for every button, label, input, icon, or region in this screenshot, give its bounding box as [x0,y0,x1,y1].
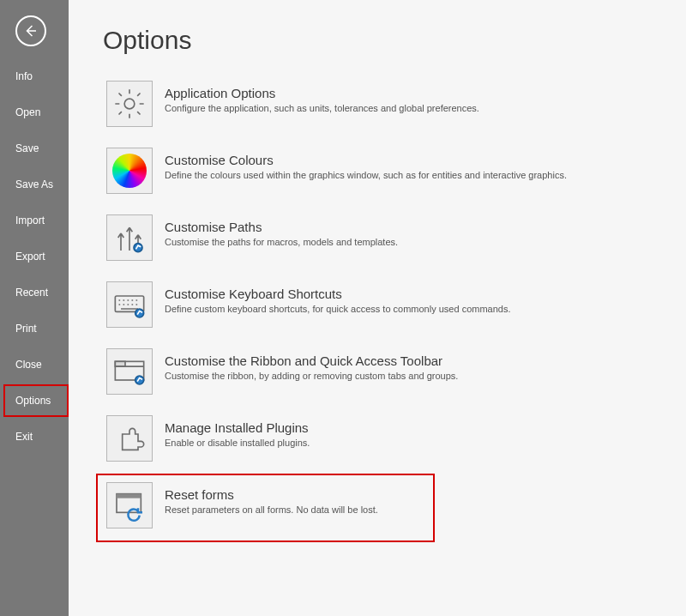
option-title: Manage Installed Plugins [165,420,310,435]
option-manage-plugins[interactable]: Manage Installed Plugins Enable or disab… [103,412,686,465]
sidebar-item-export[interactable]: Export [0,239,69,275]
color-wheel-icon [106,148,153,194]
sidebar: Info Open Save Save As Import Export Rec… [0,0,69,616]
page-title: Options [103,26,686,55]
paths-icon [106,214,153,261]
ribbon-icon [106,348,153,395]
option-desc: Customise the ribbon, by adding or remov… [165,371,458,381]
option-title: Reset forms [165,487,378,502]
back-button[interactable] [15,15,46,46]
sidebar-item-open[interactable]: Open [0,94,69,130]
option-application-options[interactable]: Application Options Configure the applic… [103,77,686,130]
option-title: Customise Colours [165,153,567,167]
option-desc: Configure the application, such as units… [165,103,479,113]
sidebar-label: Options [15,395,51,407]
sidebar-label: Close [15,359,42,371]
gear-icon [106,81,153,127]
option-reset-forms[interactable]: Reset forms Reset parameters on all form… [103,479,686,532]
main-panel: Options Application Options Configure th… [69,0,686,616]
sidebar-label: Open [15,106,40,118]
option-customise-colours[interactable]: Customise Colours Define the colours use… [103,144,686,197]
svg-rect-5 [115,361,125,366]
sidebar-item-close[interactable]: Close [0,347,69,383]
sidebar-label: Save As [15,178,53,190]
sidebar-label: Recent [15,287,48,299]
option-title: Application Options [165,86,479,100]
sidebar-item-exit[interactable]: Exit [0,419,69,455]
option-desc: Define custom keyboard shortcuts, for qu… [165,304,511,314]
sidebar-item-recent[interactable]: Recent [0,275,69,311]
arrow-left-icon [23,23,39,39]
option-customise-ribbon[interactable]: Customise the Ribbon and Quick Access To… [103,345,686,398]
option-customise-paths[interactable]: Customise Paths Customise the paths for … [103,211,686,264]
sidebar-item-save[interactable]: Save [0,130,69,166]
option-desc: Define the colours used within the graph… [165,170,567,180]
sidebar-label: Print [15,323,37,335]
svg-rect-8 [117,494,141,498]
sidebar-label: Save [15,142,39,154]
sidebar-item-options[interactable]: Options [0,383,69,419]
option-title: Customise Keyboard Shortcuts [165,287,511,301]
reset-icon [106,482,153,528]
svg-point-1 [134,244,142,252]
sidebar-label: Export [15,251,45,263]
option-desc: Customise the paths for macros, models a… [165,237,398,247]
sidebar-item-info[interactable]: Info [0,58,69,94]
sidebar-label: Info [15,70,33,82]
svg-point-3 [135,309,144,317]
option-title: Customise Paths [165,220,398,234]
option-desc: Enable or disable installed plugins. [165,438,310,448]
svg-point-6 [135,376,144,384]
sidebar-item-save-as[interactable]: Save As [0,166,69,202]
svg-point-0 [124,99,135,109]
option-title: Customise the Ribbon and Quick Access To… [165,353,458,368]
keyboard-icon [106,281,153,328]
sidebar-item-import[interactable]: Import [0,202,69,239]
sidebar-label: Import [15,214,45,226]
option-desc: Reset parameters on all forms. No data w… [165,504,378,515]
sidebar-item-print[interactable]: Print [0,311,69,347]
plugin-icon [106,415,153,462]
sidebar-label: Exit [15,431,33,443]
option-customise-keyboard[interactable]: Customise Keyboard Shortcuts Define cust… [103,278,686,331]
